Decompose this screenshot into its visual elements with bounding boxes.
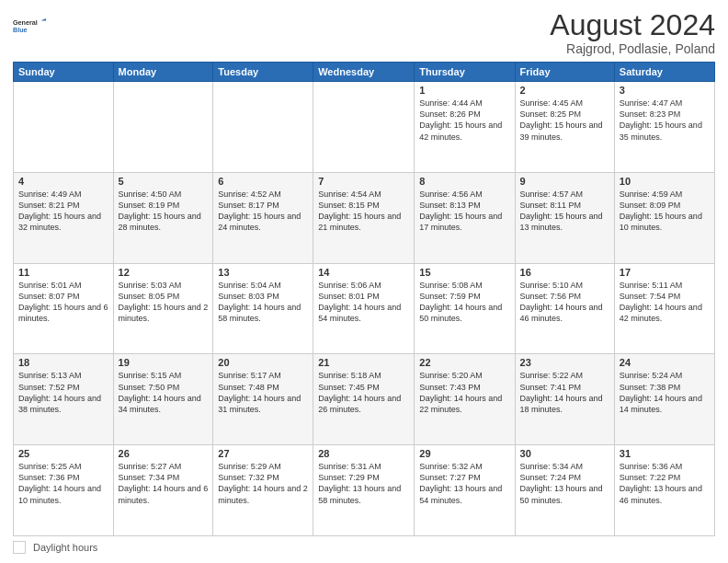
cell-content: Sunrise: 4:56 AM Sunset: 8:13 PM Dayligh… xyxy=(419,189,509,234)
calendar-cell: 22Sunrise: 5:20 AM Sunset: 7:43 PM Dayli… xyxy=(415,354,515,445)
day-number: 11 xyxy=(18,267,108,278)
day-number: 5 xyxy=(119,176,209,187)
calendar-cell: 25Sunrise: 5:25 AM Sunset: 7:36 PM Dayli… xyxy=(14,445,114,536)
calendar-cell: 8Sunrise: 4:56 AM Sunset: 8:13 PM Daylig… xyxy=(415,172,515,263)
calendar-cell: 12Sunrise: 5:03 AM Sunset: 8:05 PM Dayli… xyxy=(113,263,213,354)
calendar-cell: 30Sunrise: 5:34 AM Sunset: 7:24 PM Dayli… xyxy=(515,445,614,536)
weekday-header-monday: Monday xyxy=(113,63,213,82)
cell-content: Sunrise: 5:32 AM Sunset: 7:27 PM Dayligh… xyxy=(419,461,509,506)
calendar-cell xyxy=(14,82,114,173)
day-number: 22 xyxy=(419,357,509,368)
calendar-cell: 14Sunrise: 5:06 AM Sunset: 8:01 PM Dayli… xyxy=(313,263,415,354)
logo: General Blue xyxy=(13,9,46,42)
day-number: 3 xyxy=(620,85,710,96)
cell-content: Sunrise: 5:15 AM Sunset: 7:50 PM Dayligh… xyxy=(119,370,209,415)
weekday-header-saturday: Saturday xyxy=(614,63,714,82)
cell-content: Sunrise: 5:25 AM Sunset: 7:36 PM Dayligh… xyxy=(18,461,108,506)
day-number: 14 xyxy=(318,267,409,278)
calendar-cell: 29Sunrise: 5:32 AM Sunset: 7:27 PM Dayli… xyxy=(415,445,515,536)
day-number: 29 xyxy=(419,448,509,459)
day-number: 15 xyxy=(419,267,509,278)
day-number: 21 xyxy=(318,357,409,368)
cell-content: Sunrise: 5:22 AM Sunset: 7:41 PM Dayligh… xyxy=(520,370,609,415)
day-number: 12 xyxy=(119,267,209,278)
cell-content: Sunrise: 5:01 AM Sunset: 8:07 PM Dayligh… xyxy=(18,280,108,325)
weekday-header-row: SundayMondayTuesdayWednesdayThursdayFrid… xyxy=(14,63,715,82)
calendar-cell xyxy=(113,82,213,173)
calendar-cell: 4Sunrise: 4:49 AM Sunset: 8:21 PM Daylig… xyxy=(14,172,114,263)
cell-content: Sunrise: 5:13 AM Sunset: 7:52 PM Dayligh… xyxy=(18,370,108,415)
cell-content: Sunrise: 5:31 AM Sunset: 7:29 PM Dayligh… xyxy=(318,461,409,506)
cell-content: Sunrise: 5:36 AM Sunset: 7:22 PM Dayligh… xyxy=(620,461,710,506)
calendar-cell: 21Sunrise: 5:18 AM Sunset: 7:45 PM Dayli… xyxy=(313,354,415,445)
cell-content: Sunrise: 4:57 AM Sunset: 8:11 PM Dayligh… xyxy=(520,189,609,234)
calendar-cell: 5Sunrise: 4:50 AM Sunset: 8:19 PM Daylig… xyxy=(113,172,213,263)
daylight-box xyxy=(13,541,26,554)
day-number: 4 xyxy=(18,176,108,187)
week-row-4: 18Sunrise: 5:13 AM Sunset: 7:52 PM Dayli… xyxy=(14,354,715,445)
weekday-header-tuesday: Tuesday xyxy=(213,63,313,82)
cell-content: Sunrise: 5:17 AM Sunset: 7:48 PM Dayligh… xyxy=(218,370,308,415)
header: General Blue August 2024 Rajgrod, Podlas… xyxy=(13,9,715,56)
day-number: 30 xyxy=(520,448,609,459)
day-number: 16 xyxy=(520,267,609,278)
title-block: August 2024 Rajgrod, Podlasie, Poland xyxy=(550,9,715,56)
cell-content: Sunrise: 4:47 AM Sunset: 8:23 PM Dayligh… xyxy=(620,98,710,143)
day-number: 27 xyxy=(218,448,308,459)
weekday-header-sunday: Sunday xyxy=(14,63,114,82)
calendar-cell: 16Sunrise: 5:10 AM Sunset: 7:56 PM Dayli… xyxy=(515,263,614,354)
day-number: 8 xyxy=(419,176,509,187)
calendar-cell: 20Sunrise: 5:17 AM Sunset: 7:48 PM Dayli… xyxy=(213,354,313,445)
day-number: 31 xyxy=(620,448,710,459)
calendar-cell: 1Sunrise: 4:44 AM Sunset: 8:26 PM Daylig… xyxy=(415,82,515,173)
cell-content: Sunrise: 4:44 AM Sunset: 8:26 PM Dayligh… xyxy=(419,98,509,143)
cell-content: Sunrise: 5:10 AM Sunset: 7:56 PM Dayligh… xyxy=(520,280,609,325)
cell-content: Sunrise: 5:34 AM Sunset: 7:24 PM Dayligh… xyxy=(520,461,609,506)
cell-content: Sunrise: 5:03 AM Sunset: 8:05 PM Dayligh… xyxy=(119,280,209,325)
calendar-cell: 19Sunrise: 5:15 AM Sunset: 7:50 PM Dayli… xyxy=(113,354,213,445)
week-row-3: 11Sunrise: 5:01 AM Sunset: 8:07 PM Dayli… xyxy=(14,263,715,354)
day-number: 23 xyxy=(520,357,609,368)
calendar-cell xyxy=(313,82,415,173)
calendar-cell: 28Sunrise: 5:31 AM Sunset: 7:29 PM Dayli… xyxy=(313,445,415,536)
cell-content: Sunrise: 4:49 AM Sunset: 8:21 PM Dayligh… xyxy=(18,189,108,234)
week-row-2: 4Sunrise: 4:49 AM Sunset: 8:21 PM Daylig… xyxy=(14,172,715,263)
calendar-cell: 3Sunrise: 4:47 AM Sunset: 8:23 PM Daylig… xyxy=(614,82,714,173)
page: General Blue August 2024 Rajgrod, Podlas… xyxy=(0,0,728,563)
footer: Daylight hours xyxy=(13,541,715,554)
day-number: 25 xyxy=(18,448,108,459)
calendar-cell: 17Sunrise: 5:11 AM Sunset: 7:54 PM Dayli… xyxy=(614,263,714,354)
day-number: 2 xyxy=(520,85,609,96)
main-title: August 2024 xyxy=(550,9,715,41)
calendar-cell: 10Sunrise: 4:59 AM Sunset: 8:09 PM Dayli… xyxy=(614,172,714,263)
week-row-1: 1Sunrise: 4:44 AM Sunset: 8:26 PM Daylig… xyxy=(14,82,715,173)
day-number: 7 xyxy=(318,176,409,187)
calendar-cell: 13Sunrise: 5:04 AM Sunset: 8:03 PM Dayli… xyxy=(213,263,313,354)
day-number: 9 xyxy=(520,176,609,187)
weekday-header-wednesday: Wednesday xyxy=(313,63,415,82)
cell-content: Sunrise: 4:59 AM Sunset: 8:09 PM Dayligh… xyxy=(620,189,710,234)
calendar-table: SundayMondayTuesdayWednesdayThursdayFrid… xyxy=(13,62,715,536)
cell-content: Sunrise: 4:50 AM Sunset: 8:19 PM Dayligh… xyxy=(119,189,209,234)
cell-content: Sunrise: 5:04 AM Sunset: 8:03 PM Dayligh… xyxy=(218,280,308,325)
week-row-5: 25Sunrise: 5:25 AM Sunset: 7:36 PM Dayli… xyxy=(14,445,715,536)
cell-content: Sunrise: 5:18 AM Sunset: 7:45 PM Dayligh… xyxy=(318,370,409,415)
calendar-cell: 7Sunrise: 4:54 AM Sunset: 8:15 PM Daylig… xyxy=(313,172,415,263)
calendar-cell xyxy=(213,82,313,173)
cell-content: Sunrise: 4:54 AM Sunset: 8:15 PM Dayligh… xyxy=(318,189,409,234)
calendar-cell: 9Sunrise: 4:57 AM Sunset: 8:11 PM Daylig… xyxy=(515,172,614,263)
day-number: 20 xyxy=(218,357,308,368)
day-number: 19 xyxy=(119,357,209,368)
cell-content: Sunrise: 4:45 AM Sunset: 8:25 PM Dayligh… xyxy=(520,98,609,143)
calendar-cell: 24Sunrise: 5:24 AM Sunset: 7:38 PM Dayli… xyxy=(614,354,714,445)
calendar-cell: 6Sunrise: 4:52 AM Sunset: 8:17 PM Daylig… xyxy=(213,172,313,263)
weekday-header-friday: Friday xyxy=(515,63,614,82)
calendar-cell: 23Sunrise: 5:22 AM Sunset: 7:41 PM Dayli… xyxy=(515,354,614,445)
cell-content: Sunrise: 5:29 AM Sunset: 7:32 PM Dayligh… xyxy=(218,461,308,506)
cell-content: Sunrise: 5:20 AM Sunset: 7:43 PM Dayligh… xyxy=(419,370,509,415)
cell-content: Sunrise: 5:06 AM Sunset: 8:01 PM Dayligh… xyxy=(318,280,409,325)
calendar-cell: 31Sunrise: 5:36 AM Sunset: 7:22 PM Dayli… xyxy=(614,445,714,536)
cell-content: Sunrise: 4:52 AM Sunset: 8:17 PM Dayligh… xyxy=(218,189,308,234)
day-number: 26 xyxy=(119,448,209,459)
calendar-cell: 26Sunrise: 5:27 AM Sunset: 7:34 PM Dayli… xyxy=(113,445,213,536)
